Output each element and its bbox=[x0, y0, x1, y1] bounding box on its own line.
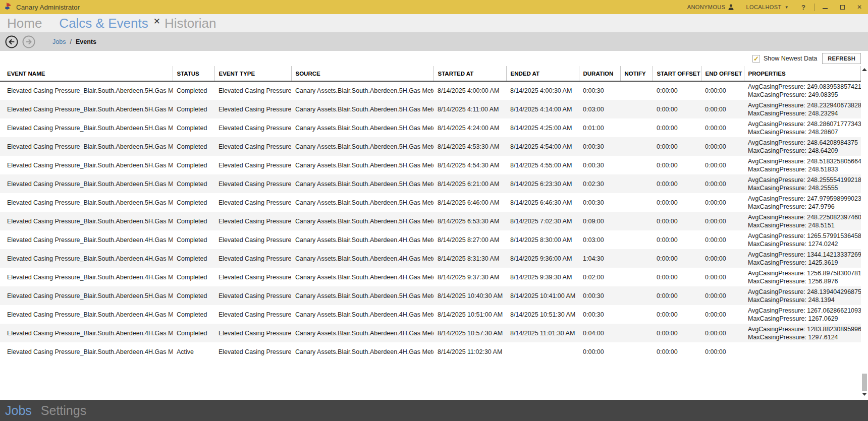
table-row[interactable]: Elevated Casing Pressure_Blair.South.Abe… bbox=[0, 174, 861, 193]
tab-historian[interactable]: Historian bbox=[165, 14, 216, 32]
cell-duration: 0:02:30 bbox=[579, 174, 620, 193]
close-button[interactable]: ✕ bbox=[851, 0, 868, 14]
cell-event-type: Elevated Casing Pressure bbox=[214, 212, 291, 230]
cell-start-offset: 0:00:00 bbox=[653, 324, 701, 342]
user-menu[interactable]: ANONYMOUS bbox=[681, 0, 740, 14]
cell-properties-line2: MaxCasingPressure: 248.25555 bbox=[748, 184, 858, 192]
cell-start-offset: 0:00:00 bbox=[653, 137, 701, 156]
table-row[interactable]: Elevated Casing Pressure_Blair.South.Abe… bbox=[0, 342, 861, 361]
content-area: ✓ Show Newest Data REFRESH EVENT NAMESTA… bbox=[0, 51, 868, 400]
scroll-thumb[interactable] bbox=[862, 374, 867, 391]
app-window: Canary Administrator ANONYMOUS LOCALHOST… bbox=[0, 0, 868, 421]
cell-status: Active bbox=[173, 342, 214, 361]
cell-start-offset: 0:00:00 bbox=[653, 81, 701, 100]
cell-event-name: Elevated Casing Pressure_Blair.South.Abe… bbox=[0, 212, 173, 230]
cell-properties-line1: AvgCasingPressure: 248.51832580566406 bbox=[748, 157, 858, 165]
minimize-button[interactable] bbox=[817, 0, 834, 14]
cell-end-offset: 0:00:00 bbox=[701, 118, 744, 137]
cell-duration: 0:00:30 bbox=[579, 156, 620, 174]
cell-properties-line2: MaxCasingPressure: 248.23294 bbox=[748, 109, 858, 117]
refresh-button[interactable]: REFRESH bbox=[822, 53, 861, 64]
maximize-button[interactable] bbox=[834, 0, 851, 14]
breadcrumb-separator: / bbox=[70, 38, 71, 45]
cell-ended-at: 8/14/2025 4:25:00 AM bbox=[506, 118, 579, 137]
cell-source: Canary Assets.Blair.South.Aberdeen.5H.Ga… bbox=[291, 156, 433, 174]
back-button[interactable] bbox=[5, 35, 18, 48]
cell-properties-line1: AvgCasingPressure: 248.22508239746094 bbox=[748, 213, 858, 221]
host-menu[interactable]: LOCALHOST ▼ bbox=[740, 0, 795, 14]
scroll-down-icon[interactable] bbox=[862, 393, 867, 396]
cell-properties-line2: MaxCasingPressure: 1267.0629 bbox=[748, 315, 858, 323]
table-row[interactable]: Elevated Casing Pressure_Blair.South.Abe… bbox=[0, 305, 861, 324]
cell-event-name: Elevated Casing Pressure_Blair.South.Abe… bbox=[0, 305, 173, 324]
cell-status: Completed bbox=[173, 324, 214, 342]
forward-button[interactable] bbox=[22, 35, 35, 48]
column-header-started-at[interactable]: STARTED AT bbox=[433, 66, 506, 81]
vertical-scrollbar[interactable] bbox=[861, 66, 868, 398]
footer-tab-settings[interactable]: Settings bbox=[41, 400, 86, 421]
cell-properties-line1: AvgCasingPressure: 1265.5799153645833 bbox=[748, 232, 858, 240]
cell-source: Canary Assets.Blair.South.Aberdeen.5H.Ga… bbox=[291, 174, 433, 193]
cell-event-type: Elevated Casing Pressure bbox=[214, 81, 291, 100]
cell-ended-at: 8/14/2025 10:51:30 AM bbox=[506, 305, 579, 324]
column-header-ended-at[interactable]: ENDED AT bbox=[506, 66, 579, 81]
cell-source: Canary Assets.Blair.South.Aberdeen.5H.Ga… bbox=[291, 137, 433, 156]
module-tabbar: Home Calcs & Events ✕ Historian bbox=[0, 14, 868, 32]
table-row[interactable]: Elevated Casing Pressure_Blair.South.Abe… bbox=[0, 212, 861, 230]
help-button[interactable]: ? bbox=[795, 0, 812, 14]
cell-properties: AvgCasingPressure: 1256.8975830078125 Ma… bbox=[744, 268, 861, 286]
cell-end-offset: 0:00:00 bbox=[701, 286, 744, 305]
column-header-event-name[interactable]: EVENT NAME bbox=[0, 66, 173, 81]
cell-event-type: Elevated Casing Pressure bbox=[214, 137, 291, 156]
scroll-up-icon[interactable] bbox=[862, 68, 867, 71]
tab-home[interactable]: Home bbox=[7, 14, 42, 32]
cell-notify bbox=[620, 100, 653, 118]
table-row[interactable]: Elevated Casing Pressure_Blair.South.Abe… bbox=[0, 156, 861, 174]
table-row[interactable]: Elevated Casing Pressure_Blair.South.Abe… bbox=[0, 193, 861, 212]
cell-event-name: Elevated Casing Pressure_Blair.South.Abe… bbox=[0, 268, 173, 286]
tab-calcs-events[interactable]: Calcs & Events bbox=[59, 14, 148, 32]
table-row[interactable]: Elevated Casing Pressure_Blair.South.Abe… bbox=[0, 286, 861, 305]
cell-notify bbox=[620, 174, 653, 193]
column-header-event-type[interactable]: EVENT TYPE bbox=[214, 66, 291, 81]
cell-event-type: Elevated Casing Pressure bbox=[214, 249, 291, 268]
navigation-bar: Jobs / Events bbox=[0, 32, 868, 51]
column-header-end-offset[interactable]: END OFFSET bbox=[701, 66, 744, 81]
maximize-icon bbox=[840, 5, 845, 10]
cell-properties-line2: MaxCasingPressure: 248.64209 bbox=[748, 147, 858, 155]
cell-started-at: 8/14/2025 11:02:30 AM bbox=[433, 342, 506, 361]
table-row[interactable]: Elevated Casing Pressure_Blair.South.Abe… bbox=[0, 100, 861, 118]
cell-duration: 0:01:00 bbox=[579, 118, 620, 137]
column-header-notify[interactable]: NOTIFY bbox=[620, 66, 653, 81]
breadcrumb-jobs-link[interactable]: Jobs bbox=[52, 38, 66, 45]
column-header-source[interactable]: SOURCE bbox=[291, 66, 433, 81]
table-row[interactable]: Elevated Casing Pressure_Blair.South.Abe… bbox=[0, 230, 861, 249]
cell-event-type: Elevated Casing Pressure bbox=[214, 324, 291, 342]
column-header-duration[interactable]: DURATION bbox=[579, 66, 620, 81]
show-newest-checkbox[interactable]: ✓ bbox=[752, 55, 760, 63]
table-row[interactable]: Elevated Casing Pressure_Blair.South.Abe… bbox=[0, 137, 861, 156]
table-row[interactable]: Elevated Casing Pressure_Blair.South.Abe… bbox=[0, 118, 861, 137]
cell-properties: AvgCasingPressure: 249.08395385742188 Ma… bbox=[744, 81, 861, 100]
column-header-properties[interactable]: PROPERTIES bbox=[744, 66, 861, 81]
cell-status: Completed bbox=[173, 174, 214, 193]
table-row[interactable]: Elevated Casing Pressure_Blair.South.Abe… bbox=[0, 249, 861, 268]
column-header-status[interactable]: STATUS bbox=[173, 66, 214, 81]
footer-tab-jobs[interactable]: Jobs bbox=[5, 400, 32, 421]
cell-source: Canary Assets.Blair.South.Aberdeen.5H.Ga… bbox=[291, 100, 433, 118]
cell-event-name: Elevated Casing Pressure_Blair.South.Abe… bbox=[0, 174, 173, 193]
table-row[interactable]: Elevated Casing Pressure_Blair.South.Abe… bbox=[0, 324, 861, 342]
table-row[interactable]: Elevated Casing Pressure_Blair.South.Abe… bbox=[0, 81, 861, 100]
cell-status: Completed bbox=[173, 81, 214, 100]
user-menu-label: ANONYMOUS bbox=[687, 4, 726, 10]
cell-end-offset: 0:00:00 bbox=[701, 193, 744, 212]
cell-end-offset: 0:00:00 bbox=[701, 230, 744, 249]
cell-started-at: 8/14/2025 8:31:30 AM bbox=[433, 249, 506, 268]
show-newest-data-toggle[interactable]: ✓ Show Newest Data bbox=[752, 55, 817, 63]
cell-ended-at: 8/14/2025 7:02:30 AM bbox=[506, 212, 579, 230]
table-row[interactable]: Elevated Casing Pressure_Blair.South.Abe… bbox=[0, 268, 861, 286]
tab-close-icon[interactable]: ✕ bbox=[153, 14, 160, 29]
column-header-start-offset[interactable]: START OFFSET bbox=[653, 66, 701, 81]
events-table-head-row: EVENT NAMESTATUSEVENT TYPESOURCESTARTED … bbox=[0, 66, 861, 81]
cell-properties-line1: AvgCasingPressure: 1267.0628662109375 bbox=[748, 307, 858, 315]
